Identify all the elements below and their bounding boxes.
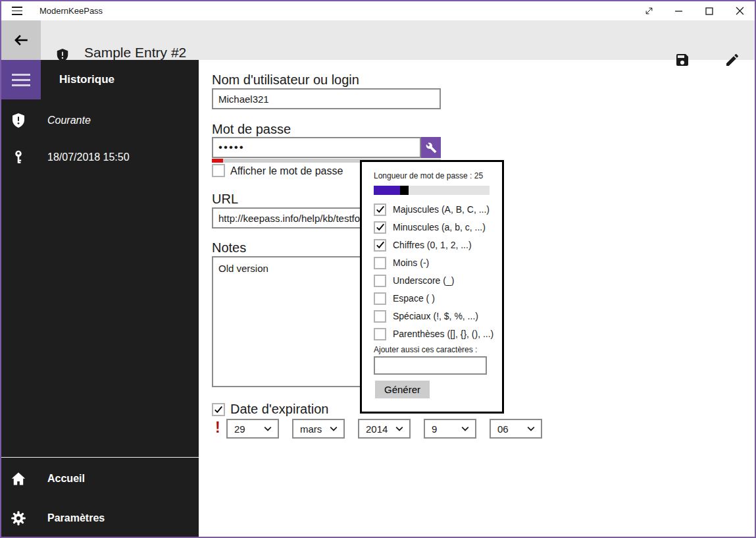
gen-option-checkbox-1[interactable] [374,221,386,234]
maximize-icon [705,7,713,15]
back-button[interactable] [1,20,41,60]
sidebar-item-label: Accueil [47,473,85,485]
slider-fill [374,186,400,195]
key-icon [11,149,26,165]
title-bar: ModernKeePass [1,1,755,20]
chevron-down-icon [328,423,339,434]
gen-option-row: Spéciaux (!, $, %, ...) [374,309,478,323]
sidebar-heading: Historique [59,73,114,86]
password-length-label: Longueur de mot de passe : 25 [374,171,483,180]
entry-header: Sample Entry #2 sample [1,20,755,60]
gen-option-row: Chiffres (0, 1, 2, ...) [374,238,472,252]
gen-option-checkbox-7[interactable] [374,328,386,340]
expiration-label: Date d'expiration [230,402,328,417]
chevron-down-icon [526,423,536,434]
window-controls [634,1,755,20]
diagonal-resize-icon [644,6,654,16]
save-icon [674,52,690,68]
sidebar-item-label: Paramètres [47,512,105,524]
password-generator-button[interactable] [421,137,441,158]
back-arrow-icon [13,32,30,49]
chevron-down-icon [460,423,470,434]
expiration-minute-select[interactable]: 06 [490,419,542,439]
sidebar-hamburger-button[interactable] [1,60,41,99]
url-label: URL [212,192,238,207]
fullscreen-button[interactable] [634,1,664,20]
sidebar-divider [1,457,199,458]
notes-label: Notes [212,240,246,256]
gen-option-checkbox-4[interactable] [374,275,386,287]
gen-option-checkbox-0[interactable] [374,203,386,216]
wrench-icon [426,142,437,153]
expiration-month-select[interactable]: mars [292,419,345,439]
edit-button[interactable] [723,51,742,69]
generate-button[interactable]: Générer [375,381,430,398]
password-generator-popup: Longueur de mot de passe : 25 Majuscules… [360,160,504,414]
history-item-label: 18/07/2018 15:50 [47,151,130,163]
gear-icon [11,510,26,526]
close-button[interactable] [724,1,755,20]
expired-warning-icon: ! [215,419,220,437]
sidebar-item-settings[interactable]: Paramètres [1,504,199,533]
slider-track [409,186,490,195]
history-item-current[interactable]: Courante [1,106,199,135]
pencil-icon [724,52,740,68]
shield-icon [11,113,26,128]
gen-option-checkbox-2[interactable] [374,239,386,252]
chevron-down-icon [394,423,405,434]
gen-option-row: Underscore (_) [374,274,454,287]
show-password-label: Afficher le mot de passe [230,165,343,177]
username-label: Nom d'utilisateur ou login [212,72,359,88]
slider-thumb[interactable] [400,186,409,195]
custom-chars-label: Ajouter aussi ces caractères : [374,345,477,354]
chevron-down-icon [263,423,273,434]
password-label: Mot de passe [212,122,291,137]
expiration-hour-select[interactable]: 9 [424,419,476,439]
expiration-day-select[interactable]: 29 [226,419,279,439]
entry-title: Sample Entry #2 [84,45,186,61]
gen-option-row: Parenthèses ([], {}, (), ...) [374,327,493,340]
gen-option-row: Espace ( ) [374,292,435,305]
history-item-version[interactable]: 18/07/2018 15:50 [1,143,199,172]
maximize-button[interactable] [694,1,724,20]
minimize-button[interactable] [664,1,694,20]
password-length-slider[interactable] [374,186,490,195]
sidebar-item-home[interactable]: Accueil [1,464,199,493]
history-sidebar: Historique Courante 18/07/2018 15:50 [1,60,199,537]
home-icon [11,471,26,487]
save-button[interactable] [673,51,692,69]
history-item-label: Courante [47,115,91,126]
show-password-checkbox[interactable] [212,164,225,177]
expiration-checkbox[interactable] [212,403,225,416]
gen-option-checkbox-6[interactable] [374,310,386,323]
expiration-year-select[interactable]: 2014 [358,419,411,439]
close-icon [736,7,744,15]
gen-option-row: Majuscules (A, B, C, ...) [374,203,490,216]
app-title: ModernKeePass [39,6,103,16]
titlebar-hamburger-icon[interactable] [12,7,22,15]
gen-option-checkbox-5[interactable] [374,292,386,305]
gen-option-checkbox-3[interactable] [374,257,386,269]
minimize-icon [675,7,683,15]
app-window: ModernKeePass Sample Entry #2 sa [0,0,756,538]
gen-option-row: Moins (-) [374,256,429,269]
custom-chars-input[interactable] [374,356,487,375]
password-strength-fill [212,159,223,163]
password-input[interactable] [212,137,421,158]
gen-option-row: Minuscules (a, b, c, ...) [374,221,486,234]
username-input[interactable] [212,88,441,109]
